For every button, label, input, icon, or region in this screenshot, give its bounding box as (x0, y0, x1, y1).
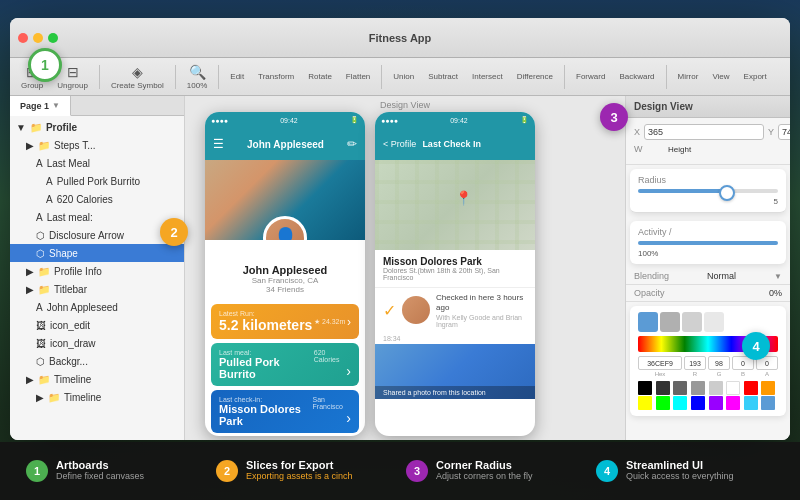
palette-red[interactable] (744, 381, 758, 395)
bottom-item-streamlined: 4 Streamlined UI Quick access to everyth… (590, 459, 780, 483)
meal-card: Last meal: Pulled Pork Burrito 620 Calor… (211, 343, 359, 386)
phone-status-bar: ●●●● 09:42 🔋 (205, 112, 365, 128)
radius-value: 5 (638, 197, 778, 206)
signal-icon: ●●●● (381, 117, 398, 124)
flatten-button[interactable]: Flatten (341, 70, 375, 83)
text-icon: A (36, 158, 43, 169)
palette-sky-blue[interactable] (761, 396, 775, 410)
separator (99, 65, 100, 89)
view-button[interactable]: View (707, 70, 734, 83)
palette-orange[interactable] (761, 381, 775, 395)
y-input[interactable] (778, 124, 790, 140)
palette-purple[interactable] (709, 396, 723, 410)
callout-1: 1 (28, 48, 62, 82)
layer-item-timeline[interactable]: ▶ 📁 Timeline (10, 370, 184, 388)
layer-item-disclosure[interactable]: ⬡ Disclosure Arrow (10, 226, 184, 244)
hex-input[interactable] (638, 356, 682, 370)
palette-magenta[interactable] (726, 396, 740, 410)
palette-dark-gray[interactable] (656, 381, 670, 395)
mirror-button[interactable]: Mirror (673, 70, 704, 83)
separator (175, 65, 176, 89)
export-button[interactable]: Export (739, 70, 772, 83)
zoom-button[interactable]: 🔍 100% (182, 62, 212, 92)
layer-item-last-meal[interactable]: A Last Meal (10, 154, 184, 172)
rotate-button[interactable]: Rotate (303, 70, 337, 83)
position-section: X Y W Height (626, 118, 790, 165)
palette-teal[interactable] (744, 396, 758, 410)
separator (666, 65, 667, 89)
menu-icon: ☰ (213, 137, 224, 151)
tab-pages[interactable]: Page 1 ▼ (10, 96, 71, 116)
activity-label: Activity / (638, 227, 778, 237)
forward-button[interactable]: Forward (571, 70, 610, 83)
layer-item-john[interactable]: A John Appleseed (10, 298, 184, 316)
folder-icon: 📁 (38, 266, 50, 277)
color-swatch-gray1[interactable] (660, 312, 680, 332)
layer-item-last-meal2[interactable]: A Last meal: (10, 208, 184, 226)
layer-item-shape[interactable]: ⬡ Shape (10, 244, 184, 262)
bottom-bar: 1 Artboards Define fixed canvases 2 Slic… (0, 442, 800, 500)
layer-item-backgr[interactable]: ⬡ Backgr... (10, 352, 184, 370)
signal-icon: ●●●● (211, 117, 228, 124)
create-symbol-button[interactable]: ◈ Create Symbol (106, 62, 169, 92)
intersect-button[interactable]: Intersect (467, 70, 508, 83)
folder-icon: 📁 (30, 122, 42, 133)
union-button[interactable]: Union (388, 70, 419, 83)
backward-button[interactable]: Backward (614, 70, 659, 83)
palette-green[interactable] (656, 396, 670, 410)
g-input-group: G (708, 356, 730, 377)
layer-item-steps[interactable]: ▶ 📁 Steps T... (10, 136, 184, 154)
layers-sidebar: Page 1 ▼ ▼ 📁 Profile ▶ 📁 Steps T... A (10, 96, 185, 440)
chevron-down-icon: ▼ (52, 101, 60, 110)
checkmark-icon: ✓ (383, 301, 396, 320)
palette-white[interactable] (726, 381, 740, 395)
palette-light-gray[interactable] (709, 381, 723, 395)
checkin-avatar-1 (402, 296, 430, 324)
folder-icon: 📁 (48, 392, 60, 403)
layer-item-titlebar[interactable]: ▶ 📁 Titlebar (10, 280, 184, 298)
palette-gray[interactable] (673, 381, 687, 395)
canvas[interactable]: Design View ●●●● 09:42 🔋 ☰ John Applesee… (185, 96, 625, 440)
palette-black[interactable] (638, 381, 652, 395)
minimize-button[interactable] (33, 33, 43, 43)
color-palette (638, 381, 778, 410)
color-swatch-blue[interactable] (638, 312, 658, 332)
triangle-right-icon: ▶ (26, 284, 34, 295)
inspector-header: Design View (626, 96, 790, 118)
artboards-text: Artboards Define fixed canvases (56, 459, 144, 483)
layer-item-timeline-item[interactable]: ▶ 📁 Timeline (10, 388, 184, 406)
radius-slider[interactable] (638, 189, 778, 193)
r-input[interactable] (684, 356, 706, 370)
layer-item-profile-info[interactable]: ▶ 📁 Profile Info (10, 262, 184, 280)
title-bar: Fitness App (10, 18, 790, 58)
g-input[interactable] (708, 356, 730, 370)
difference-button[interactable]: Difference (512, 70, 558, 83)
color-swatch-gray3[interactable] (704, 312, 724, 332)
transform-button[interactable]: Transform (253, 70, 299, 83)
edit-button[interactable]: Edit (225, 70, 249, 83)
chevron-right-icon: › (346, 363, 351, 379)
map-pin: 📍 (455, 190, 472, 206)
profile-info: John Appleseed San Francisco, CA 34 Frie… (205, 240, 365, 300)
color-swatch-gray2[interactable] (682, 312, 702, 332)
layer-item-calories[interactable]: A 620 Calories (10, 190, 184, 208)
folder-icon: 📁 (38, 140, 50, 151)
close-button[interactable] (18, 33, 28, 43)
palette-mid-gray[interactable] (691, 381, 705, 395)
layer-item-icon-edit[interactable]: 🖼 icon_edit (10, 316, 184, 334)
palette-cyan[interactable] (673, 396, 687, 410)
layer-item-profile[interactable]: ▼ 📁 Profile (10, 118, 184, 136)
maximize-button[interactable] (48, 33, 58, 43)
layer-item-icon-draw[interactable]: 🖼 icon_draw (10, 334, 184, 352)
callout-4: 4 (742, 332, 770, 360)
activity-slider[interactable] (638, 241, 778, 245)
checkin-item-1: ✓ Checked in here 3 hours ago With Kelly… (375, 287, 535, 333)
palette-yellow[interactable] (638, 396, 652, 410)
layer-item-pulled-pork[interactable]: A Pulled Pork Burrito (10, 172, 184, 190)
toolbar: ⊞ Group ⊟ Ungroup ◈ Create Symbol 🔍 100%… (10, 58, 790, 96)
map: 📍 (375, 160, 535, 250)
x-input[interactable] (644, 124, 764, 140)
palette-blue[interactable] (691, 396, 705, 410)
radius-text: Corner Radius Adjust corners on the fly (436, 459, 533, 483)
subtract-button[interactable]: Subtract (423, 70, 463, 83)
